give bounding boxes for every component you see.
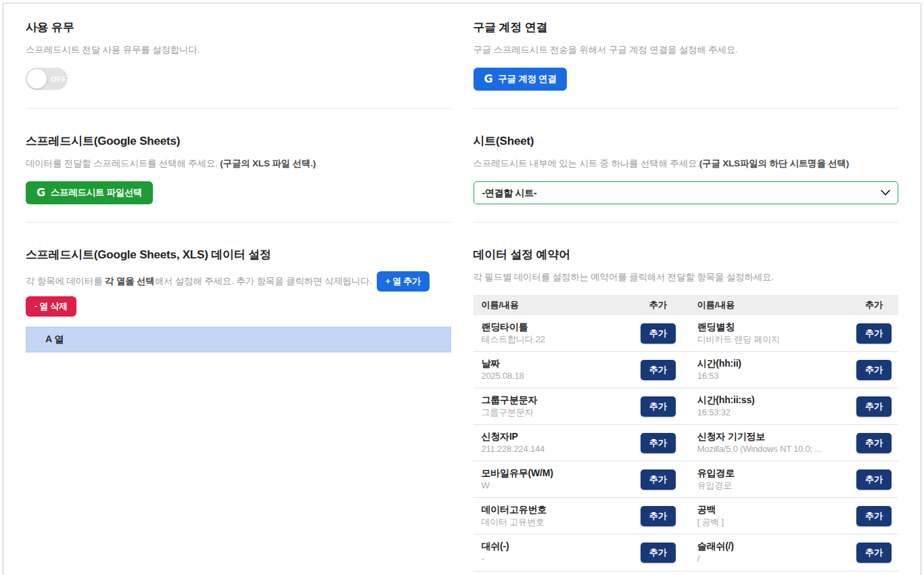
reserved-word-name: 시간(hh:ii) <box>697 357 850 370</box>
reserved-word-name: 날짜 <box>482 357 634 370</box>
reserved-word-row: 대쉬(-)- 추가 슬래쉬(/)/ 추가 <box>473 534 899 571</box>
reserved-word-row: 모바일유무(W/M)W 추가 유입경로유입경로 추가 <box>473 461 899 498</box>
reserved-word-name: 대쉬(-) <box>482 540 634 553</box>
reserved-word-value: 그룹구분문자 <box>482 407 634 419</box>
data-setting-title: 스프레드시트(Google Sheets, XLS) 데이터 설정 <box>26 247 451 262</box>
data-setting-desc: 각 항목에 데이터를 각 열을 선택해서 설정해 주세요. 추가 항목을 클릭하… <box>26 275 372 288</box>
reserved-word-value: 데이터 고유번호 <box>482 516 634 528</box>
reserved-word-value: 유입경로 <box>697 480 850 492</box>
reserved-word-value: 테스트합니다.22 <box>482 334 634 346</box>
add-reserved-button[interactable]: 추가 <box>856 323 892 344</box>
reserved-word-name: 신청자IP <box>482 430 634 443</box>
data-setting-desc-row: 각 항목에 데이터를 각 열을 선택해서 설정해 주세요. 추가 항목을 클릭하… <box>26 271 451 317</box>
reserved-word-name: 랜딩별칭 <box>697 321 850 334</box>
column-a-label: A 열 <box>45 334 64 346</box>
select-spreadsheet-file-button[interactable]: G 스프레드시트 파일선택 <box>26 181 153 204</box>
add-reserved-button[interactable]: 추가 <box>856 506 892 526</box>
header-add-label: 추가 <box>850 299 898 311</box>
reserved-word-name: 모바일유무(W/M) <box>482 467 634 480</box>
google-g-icon: G <box>37 187 45 198</box>
section-reserved-words: 데이터 설정 예약어 각 필드별 데이터를 설정하는 예약어를 클릭해서 전달할… <box>473 222 899 575</box>
header-add-label: 추가 <box>634 299 683 311</box>
reserved-word-row: 신청자IP211.228.224.144 추가 신청자 기기정보Mozilla/… <box>473 425 899 461</box>
section-spreadsheet: 스프레드시트(Google Sheets) 데이터를 전달할 스프레드시트를 선… <box>26 108 451 222</box>
reserved-word-value: Mozilla/5.0 (Windows NT 10.0; ... <box>697 443 850 455</box>
google-account-title: 구글 계정 연결 <box>473 20 899 35</box>
sheet-select-wrap: -연결할 시트- <box>473 181 899 204</box>
reserved-word-row: 랜딩타이틀테스트합니다.22 추가 랜딩별칭디비카트 랜딩 페이지 추가 <box>473 315 899 352</box>
add-reserved-button[interactable]: 추가 <box>641 396 676 417</box>
section-google-account: 구글 계정 연결 구글 스프레드시트 전송을 위해서 구글 계정 연결을 설정해… <box>473 3 899 108</box>
reserved-word-name: 공백 <box>697 503 850 516</box>
add-reserved-button[interactable]: 추가 <box>856 433 892 453</box>
add-reserved-button[interactable]: 추가 <box>641 433 676 453</box>
sheet-title: 시트(Sheet) <box>473 133 899 149</box>
reserved-word-row: 데이터고유번호데이터 고유번호 추가 공백[ 공백 ] 추가 <box>473 498 899 534</box>
reserved-word-value: 16:53:32 <box>697 407 850 419</box>
section-usage: 사용 유무 스프레드시트 전달 사용 유무를 설정합니다. OFF <box>26 3 451 108</box>
reserved-title: 데이터 설정 예약어 <box>473 247 899 262</box>
reserved-word-name: 유입경로 <box>697 467 850 480</box>
reserved-word-name: 그룹구분문자 <box>482 394 634 407</box>
spreadsheet-desc-bold: (구글의 XLS 파일 선택.) <box>220 158 316 168</box>
header-name-label: 이름/내용 <box>473 299 634 311</box>
reserved-words-table: 이름/내용 추가 이름/내용 추가 랜딩타이틀테스트합니다.22 추가 랜딩별칭… <box>473 295 899 575</box>
add-reserved-button[interactable]: 추가 <box>856 396 892 417</box>
add-reserved-button[interactable]: 추가 <box>856 543 892 563</box>
usage-title: 사용 유무 <box>26 20 451 35</box>
sheet-desc: 스프레드시트 내부에 있는 시트 중 하나를 선택해 주세요.(구글 XLS파일… <box>473 158 899 170</box>
section-sheet: 시트(Sheet) 스프레드시트 내부에 있는 시트 중 하나를 선택해 주세요… <box>473 108 899 222</box>
reserved-word-value: 16:53 <box>697 370 850 382</box>
reserved-word-value: - <box>482 553 634 565</box>
settings-page: 사용 유무 스프레드시트 전달 사용 유무를 설정합니다. OFF 구글 계정 … <box>3 3 921 575</box>
header-name-label: 이름/내용 <box>689 299 850 311</box>
toggle-state-label: OFF <box>51 75 67 83</box>
usage-desc: 스프레드시트 전달 사용 유무를 설정합니다. <box>26 44 451 56</box>
reserved-desc: 각 필드별 데이터를 설정하는 예약어를 클릭해서 전달할 항목을 설정하세요. <box>473 271 899 283</box>
reserved-word-name: 슬래쉬(/) <box>697 540 850 553</box>
google-g-icon: G <box>484 74 493 85</box>
reserved-table-header: 이름/내용 추가 이름/내용 추가 <box>473 295 899 315</box>
usage-toggle[interactable]: OFF <box>26 68 68 90</box>
reserved-word-value: [ 공백 ] <box>697 516 850 528</box>
connect-google-account-label: 구글 계정 연결 <box>498 73 556 85</box>
add-reserved-button[interactable]: 추가 <box>641 506 676 526</box>
connect-google-account-button[interactable]: G 구글 계정 연결 <box>473 68 568 91</box>
spreadsheet-desc: 데이터를 전달할 스프레드시트를 선택해 주세요. (구글의 XLS 파일 선택… <box>26 158 451 170</box>
reserved-word-name: 신청자 기기정보 <box>697 430 850 443</box>
settings-grid: 사용 유무 스프레드시트 전달 사용 유무를 설정합니다. OFF 구글 계정 … <box>3 3 921 575</box>
add-column-button[interactable]: + 열 추가 <box>377 271 430 292</box>
reserved-word-name: 랜딩타이틀 <box>482 321 634 334</box>
google-account-desc: 구글 스프레드시트 전송을 위해서 구글 계정 연결을 설정해 주세요. <box>473 44 899 56</box>
reserved-word-name: 데이터고유번호 <box>482 503 634 516</box>
reserved-word-row: 그룹구분문자그룹구분문자 추가 시간(hh:ii:ss)16:53:32 추가 <box>473 388 899 425</box>
add-reserved-button[interactable]: 추가 <box>856 469 892 490</box>
add-reserved-button[interactable]: 추가 <box>641 543 676 563</box>
add-reserved-button[interactable]: 추가 <box>641 323 676 344</box>
reserved-word-value: 디비카트 랜딩 페이지 <box>697 334 850 346</box>
reserved-word-row: `이름`의값신청시 `이름`의값 추가 `휴대폰`의값신청시 `휴대폰`의값 추… <box>473 572 899 575</box>
add-reserved-button[interactable]: 추가 <box>641 469 676 490</box>
sheet-select[interactable]: -연결할 시트- <box>473 181 899 204</box>
reserved-word-value: 211.228.224.144 <box>482 443 634 455</box>
add-reserved-button[interactable]: 추가 <box>641 360 676 380</box>
column-a-row[interactable]: A 열 <box>26 327 451 352</box>
reserved-word-value: 2025.08.18 <box>482 370 634 382</box>
section-data-setting: 스프레드시트(Google Sheets, XLS) 데이터 설정 각 항목에 … <box>26 222 451 575</box>
add-reserved-button[interactable]: 추가 <box>856 360 892 380</box>
reserved-word-row: 날짜2025.08.18 추가 시간(hh:ii)16:53 추가 <box>473 352 899 388</box>
spreadsheet-title: 스프레드시트(Google Sheets) <box>26 133 451 149</box>
reserved-word-value: / <box>697 553 850 565</box>
delete-column-button[interactable]: - 열 삭제 <box>26 296 76 317</box>
toggle-knob <box>27 69 47 89</box>
sheet-desc-bold: (구글 XLS파일의 하단 시트명을 선택) <box>699 158 849 168</box>
reserved-word-name: 시간(hh:ii:ss) <box>697 394 850 407</box>
reserved-word-value: W <box>482 480 634 492</box>
select-spreadsheet-file-label: 스프레드시트 파일선택 <box>51 187 142 199</box>
